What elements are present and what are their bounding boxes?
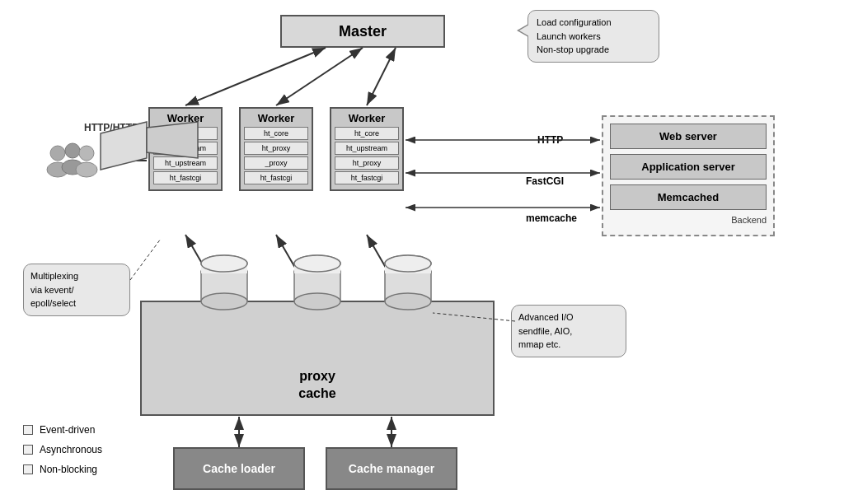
svg-point-2 <box>65 143 80 158</box>
svg-line-21 <box>185 235 223 299</box>
proto-memcache: memcache <box>526 212 577 224</box>
worker3-mod2: ht_upstream <box>335 142 399 155</box>
proto-fastcgi: FastCGI <box>526 175 564 187</box>
worker1-mod3: ht_upstream <box>153 156 218 170</box>
web-server-box: Web server <box>610 124 767 149</box>
worker3-mod3: ht_proxy <box>335 156 399 170</box>
svg-rect-25 <box>201 272 247 301</box>
proxy-cache-area: proxy cache <box>140 301 495 416</box>
legend-box-2 <box>23 445 33 455</box>
svg-line-12 <box>367 48 396 105</box>
svg-point-0 <box>50 146 65 161</box>
master-box: Master <box>280 15 445 48</box>
speech-bubble: Load configuration Launch workers Non-st… <box>528 10 659 63</box>
svg-rect-28 <box>201 264 247 273</box>
master-label: Master <box>339 23 387 40</box>
svg-point-4 <box>79 146 94 161</box>
speech-line1: Load configuration <box>537 17 612 27</box>
worker1-mod1: ht_core <box>153 127 218 140</box>
legend: Event-driven Asynchronous Non-blocking <box>23 420 102 479</box>
diagram: Master Load configuration Launch workers… <box>0 0 844 504</box>
worker-1: Worker ht_core ht_upstream ht_upstream h… <box>148 107 223 191</box>
worker2-mod2: ht_proxy <box>244 142 308 155</box>
svg-point-24 <box>201 264 247 280</box>
cache-manager-label: Cache manager <box>349 462 434 475</box>
worker1-mod2: ht_upstream <box>153 142 218 155</box>
worker1-mod4: ht_fastcgi <box>153 171 218 184</box>
memcached-box: Memcached <box>610 184 767 210</box>
svg-point-39 <box>385 255 431 272</box>
worker-2: Worker ht_core ht_proxy _proxy ht_fastcg… <box>239 107 313 191</box>
speech-line3: Non-stop upgrade <box>537 44 609 54</box>
legend-box-1 <box>23 425 33 435</box>
legend-item-1: Event-driven <box>23 420 102 440</box>
worker2-mod1: ht_core <box>244 127 308 140</box>
svg-point-27 <box>201 255 247 272</box>
svg-point-5 <box>76 162 97 177</box>
aio-bubble: Advanced I/Osendfile, AIO,mmap etc. <box>511 305 626 357</box>
worker3-title: Worker <box>335 112 399 124</box>
worker3-mod4: ht_fastcgi <box>335 171 399 184</box>
http-label: HTTP/HTTPS <box>84 122 145 133</box>
worker2-title: Worker <box>244 112 308 124</box>
legend-item-2: Asynchronous <box>23 440 102 460</box>
svg-point-41 <box>385 255 431 272</box>
svg-arrows <box>0 0 844 504</box>
svg-rect-31 <box>294 272 340 301</box>
worker2-mod3: _proxy <box>244 156 308 170</box>
legend-label-3: Non-blocking <box>40 460 97 479</box>
multiplex-bubble: Multiplexingvia kevent/epoll/select <box>23 264 130 316</box>
speech-line2: Launch workers <box>537 31 601 41</box>
svg-point-36 <box>385 264 431 280</box>
svg-line-44 <box>130 239 161 280</box>
svg-rect-34 <box>294 264 340 273</box>
worker2-mod4: ht_fastcgi <box>244 171 308 184</box>
legend-box-3 <box>23 464 33 474</box>
worker-3: Worker ht_core ht_upstream ht_proxy ht_f… <box>330 107 404 191</box>
legend-label-1: Event-driven <box>40 420 95 440</box>
worker1-title: Worker <box>153 112 218 124</box>
proxy-cache-label: proxy cache <box>298 368 335 403</box>
svg-point-33 <box>294 255 340 272</box>
svg-line-23 <box>367 235 404 299</box>
svg-point-35 <box>294 255 340 272</box>
legend-label-2: Asynchronous <box>40 440 102 460</box>
legend-item-3: Non-blocking <box>23 460 102 479</box>
svg-line-22 <box>276 235 313 299</box>
svg-line-10 <box>185 48 326 105</box>
worker3-mod1: ht_core <box>335 127 399 140</box>
svg-line-11 <box>276 48 363 105</box>
svg-point-30 <box>294 264 340 280</box>
cache-manager-box: Cache manager <box>326 447 457 490</box>
users-icon <box>41 140 99 189</box>
svg-rect-37 <box>385 272 431 301</box>
svg-rect-40 <box>385 264 431 273</box>
app-server-box: Application server <box>610 154 767 180</box>
svg-point-29 <box>201 255 247 272</box>
backend-container: Web server Application server Memcached … <box>602 115 775 236</box>
backend-label: Backend <box>610 215 767 225</box>
proto-http: HTTP <box>537 134 563 146</box>
cache-loader-label: Cache loader <box>203 462 275 475</box>
cache-loader-box: Cache loader <box>173 447 305 490</box>
